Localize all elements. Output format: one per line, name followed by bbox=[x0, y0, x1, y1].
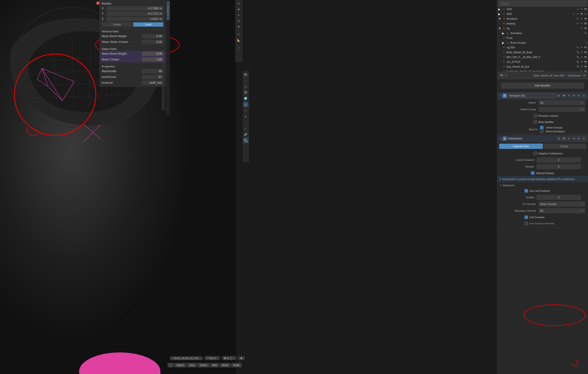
rig-004-eye-icon[interactable]: 👁 bbox=[580, 46, 583, 49]
maxhandle-value[interactable]: 89 bbox=[142, 69, 163, 73]
breadcrumb-material[interactable]: ◉ M_F... bbox=[222, 356, 236, 360]
armature-camera-icon[interactable]: 📷 bbox=[584, 17, 587, 20]
sub-filter-icon[interactable]: ⊞ bbox=[557, 136, 561, 141]
outliner-item-armature[interactable]: ▼ ✦ Armature 87 👁 📷 bbox=[497, 16, 588, 21]
mesh-button[interactable]: Mesh bbox=[220, 363, 231, 367]
boundary-smooth-value[interactable]: All ▼ bbox=[538, 208, 585, 213]
prop-icon-physics[interactable]: ⚛ bbox=[243, 126, 248, 131]
mean-vertex-crease-value[interactable]: 0.00 bbox=[142, 40, 163, 44]
armature-eye-icon[interactable]: 👁 bbox=[572, 93, 576, 98]
vertex-group-swap-icon[interactable]: ⇄ bbox=[581, 108, 583, 111]
outliner-item-shs[interactable]: ▶ ▽ SHS ● 👁 📷 bbox=[497, 7, 588, 11]
x-value[interactable]: -0.17862 m bbox=[106, 6, 163, 11]
armature-object-value[interactable]: rig ✕ bbox=[538, 100, 585, 105]
levels-viewport-value[interactable]: 2 bbox=[536, 157, 581, 163]
toolbar-move-icon[interactable]: ✥ bbox=[236, 7, 242, 12]
mean-bevel-weight-vertex-value[interactable]: 0.00 bbox=[142, 34, 163, 38]
object-mode-button[interactable]: Object bbox=[174, 363, 186, 367]
view-button[interactable]: View bbox=[187, 363, 197, 367]
preserve-volume-checkbox[interactable] bbox=[534, 114, 537, 118]
rig-camera-icon[interactable]: 📷 bbox=[584, 27, 587, 30]
armature-down-icon[interactable]: ▼ bbox=[577, 93, 581, 98]
armature-collapse-icon[interactable]: ▼ bbox=[499, 94, 502, 97]
modifier-close-button[interactable]: ✕ bbox=[582, 74, 586, 77]
add-button[interactable]: Add bbox=[210, 363, 219, 367]
outliner-search-input[interactable] bbox=[499, 1, 586, 6]
breadcrumb-viewport[interactable]: □ Body_Model_M_Fac... bbox=[170, 356, 203, 360]
close-dot[interactable] bbox=[96, 1, 100, 5]
outliner-item-clt[interactable]: ▽ Clt_JKT014 🔧 👁 📷 bbox=[497, 59, 588, 64]
viewport-icon[interactable]: □ bbox=[168, 363, 174, 367]
node-button[interactable]: Node bbox=[231, 363, 242, 367]
bonelist-value[interactable]: nw4f_root bbox=[142, 81, 163, 85]
armature-modifier-name-input[interactable] bbox=[508, 93, 556, 98]
body-eye-icon[interactable]: 👁 bbox=[580, 51, 583, 54]
quality-adjust-icon[interactable]: ⋮ bbox=[582, 196, 585, 199]
prop-icon-render[interactable]: 📷 bbox=[243, 72, 248, 77]
bone-envelopes-checkbox[interactable] bbox=[540, 130, 544, 133]
hed-camera-icon[interactable]: 📷 bbox=[580, 12, 583, 16]
armature-filter-icon[interactable]: ⊞ bbox=[557, 93, 561, 98]
outliner-item-eyeblow1[interactable]: ▽ Eyeblow01_Model1_M_TeamColor 👁 📷 bbox=[497, 69, 588, 71]
sub-render-icon[interactable]: ● bbox=[567, 136, 571, 141]
prop-icon-material[interactable]: ● bbox=[243, 114, 248, 119]
sub-down-icon[interactable]: ▼ bbox=[577, 136, 581, 141]
prop-icon-output[interactable]: ○ bbox=[505, 74, 508, 77]
armature-eye-icon[interactable]: 👁 bbox=[580, 17, 583, 20]
sub-camera-icon[interactable]: 📷 bbox=[562, 136, 566, 141]
btm-camera-icon[interactable]: 📷 bbox=[584, 55, 587, 59]
eye-visibility-icon[interactable]: 👁 bbox=[580, 65, 583, 68]
y-value[interactable]: -0.17271 m bbox=[106, 11, 163, 16]
hed-restrict-icon[interactable]: ● bbox=[572, 12, 576, 16]
sub-eye-icon[interactable]: 👁 bbox=[572, 136, 576, 141]
btm-eye-icon[interactable]: 👁 bbox=[580, 55, 583, 59]
prop-icon-output[interactable]: ○ bbox=[243, 78, 248, 83]
global-mode-button[interactable]: Global bbox=[102, 22, 132, 27]
local-mode-button[interactable]: Local bbox=[133, 22, 164, 27]
prop-icon-scene[interactable]: 🎬 bbox=[243, 90, 248, 95]
toolbar-rotate-icon[interactable]: ↻ bbox=[236, 12, 242, 18]
breadcrumb-end[interactable]: ◉ bbox=[238, 356, 244, 360]
prop-icon-modifier-active[interactable]: 🔧 bbox=[243, 138, 248, 143]
toolbar-annotate-icon[interactable]: ✏ bbox=[236, 32, 242, 37]
prop-icon-particles[interactable]: · bbox=[243, 120, 248, 125]
eye-restrict-icon[interactable]: 🔧 bbox=[576, 65, 579, 68]
shs-restrict-render-icon[interactable]: ● bbox=[576, 7, 579, 11]
breadcrumb-mesh[interactable]: ▽ Mesh... bbox=[205, 356, 220, 360]
use-custom-normals-checkbox[interactable] bbox=[525, 222, 528, 225]
levels-viewport-adjust-icon[interactable]: ⋮ bbox=[582, 158, 585, 162]
multi-modifier-checkbox[interactable] bbox=[534, 120, 537, 124]
z-value[interactable]: 1.4217 m bbox=[106, 17, 163, 21]
mean-bevel-weight-edge-value[interactable]: 0.00 bbox=[142, 52, 163, 56]
outliner-item-metarig[interactable]: ✦ metarig 67 👁 📷 bbox=[497, 21, 588, 26]
toolbar-cursor-icon[interactable]: ✛ bbox=[236, 1, 242, 6]
use-limit-surface-checkbox[interactable]: ✓ bbox=[525, 189, 528, 193]
outliner-item-hed[interactable]: ▶ ▽ HED ● 👁 📷 ✕2 bbox=[497, 11, 588, 16]
outliner-item-animation[interactable]: ▶ ▷ Animation ⛓ bbox=[497, 31, 588, 35]
eyeblow1-eye-icon[interactable]: 👁 bbox=[580, 70, 583, 71]
use-creases-checkbox[interactable]: ✓ bbox=[525, 216, 528, 219]
toolbar-measure-icon[interactable]: 📐 bbox=[236, 37, 242, 43]
hed-eye-icon[interactable]: 👁 bbox=[576, 12, 579, 16]
metarig-camera-icon[interactable]: 📷 bbox=[584, 22, 587, 25]
adaptive-subdivision-checkbox[interactable] bbox=[534, 152, 537, 155]
add-modifier-button[interactable]: Add Modifier bbox=[501, 82, 584, 89]
clt-eye-icon[interactable]: 👁 bbox=[580, 60, 583, 64]
rig-eye-icon[interactable]: 👁 bbox=[580, 27, 583, 30]
clt-restrict-icon[interactable]: 🔧 bbox=[576, 60, 579, 64]
eyeblow1-camera-icon[interactable]: 📷 bbox=[584, 70, 587, 71]
outliner-item-rig-004[interactable]: ✦ rig.004 99 👁 📷 bbox=[497, 45, 588, 50]
outliner-item-rig[interactable]: ▼ ✦ rig 👁 📷 bbox=[497, 26, 588, 31]
simple-button[interactable]: Simple bbox=[543, 143, 586, 149]
prop-icon-world[interactable]: 🌍 bbox=[243, 96, 248, 101]
quality-value[interactable]: 3 bbox=[536, 195, 581, 200]
sub-x-icon[interactable]: ✕ bbox=[582, 136, 586, 141]
render-levels-value[interactable]: 2 bbox=[536, 164, 581, 169]
outliner-item-btm[interactable]: ▽ Btm_004_F__M_Btm_004_F 🔧 👁 📷 bbox=[497, 55, 588, 59]
prop-icon-constraints[interactable]: 🔗 bbox=[243, 132, 248, 137]
prop-icon-view-layer[interactable]: ◫ bbox=[243, 84, 248, 89]
outliner-item-eye[interactable]: ▽ Eye_Model_M_Eye 🔧 👁 📷 bbox=[497, 64, 588, 69]
advanced-toggle[interactable]: ▼ Advanced bbox=[497, 183, 588, 188]
armature-camera-icon[interactable]: 📷 bbox=[562, 93, 566, 98]
armature-vertex-group-value[interactable]: ⇄ bbox=[538, 107, 585, 112]
